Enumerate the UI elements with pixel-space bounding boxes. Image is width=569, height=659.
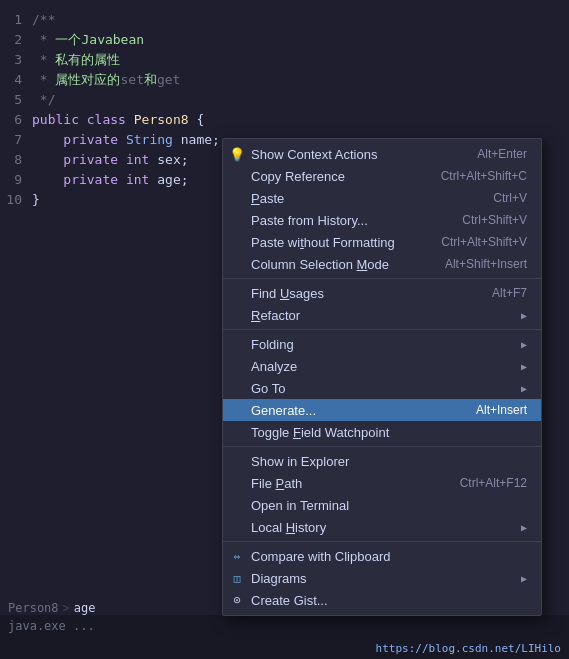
menu-item-paste[interactable]: Paste Ctrl+V bbox=[223, 187, 541, 209]
menu-item-open-in-terminal[interactable]: Open in Terminal bbox=[223, 494, 541, 516]
menu-shortcut-generate: Alt+Insert bbox=[476, 403, 527, 417]
submenu-arrow-local-history: ▶ bbox=[521, 522, 527, 533]
menu-label-paste: Paste bbox=[251, 191, 284, 206]
menu-item-paste-from-history[interactable]: Paste from History... Ctrl+Shift+V bbox=[223, 209, 541, 231]
menu-item-column-selection-mode[interactable]: Column Selection Mode Alt+Shift+Insert bbox=[223, 253, 541, 275]
menu-shortcut-show-context-actions: Alt+Enter bbox=[477, 147, 527, 161]
url-hint: https://blog.csdn.net/LIHilo bbox=[376, 642, 561, 655]
menu-label-create-gist: Create Gist... bbox=[251, 593, 328, 608]
code-content: /** * 一个Javabean * 私有的属性 * 属性对应的set和get … bbox=[32, 10, 220, 210]
menu-label-refactor: Refactor bbox=[251, 308, 300, 323]
menu-item-go-to[interactable]: Go To ▶ bbox=[223, 377, 541, 399]
menu-item-paste-without-formatting[interactable]: Paste without Formatting Ctrl+Alt+Shift+… bbox=[223, 231, 541, 253]
bulb-icon: 💡 bbox=[229, 146, 245, 162]
menu-shortcut-paste: Ctrl+V bbox=[493, 191, 527, 205]
menu-shortcut-find-usages: Alt+F7 bbox=[492, 286, 527, 300]
menu-shortcut-paste-without-formatting: Ctrl+Alt+Shift+V bbox=[441, 235, 527, 249]
menu-label-show-in-explorer: Show in Explorer bbox=[251, 454, 349, 469]
compare-icon: ⇔ bbox=[229, 548, 245, 564]
submenu-arrow-analyze: ▶ bbox=[521, 361, 527, 372]
menu-item-analyze[interactable]: Analyze ▶ bbox=[223, 355, 541, 377]
breadcrumb-field: age bbox=[74, 601, 96, 615]
menu-label-file-path: File Path bbox=[251, 476, 302, 491]
terminal-command: java.exe ... bbox=[8, 619, 95, 633]
menu-label-paste-without-formatting: Paste without Formatting bbox=[251, 235, 395, 250]
menu-label-copy-reference: Copy Reference bbox=[251, 169, 345, 184]
submenu-arrow-go-to: ▶ bbox=[521, 383, 527, 394]
breadcrumb-class: Person8 bbox=[8, 601, 59, 615]
menu-label-toggle-field-watchpoint: Toggle Field Watchpoint bbox=[251, 425, 389, 440]
submenu-arrow-folding: ▶ bbox=[521, 339, 527, 350]
menu-shortcut-file-path: Ctrl+Alt+F12 bbox=[460, 476, 527, 490]
line-numbers: 1 2 3 4 5 6 7 8 9 10 bbox=[0, 10, 28, 210]
menu-label-generate: Generate... bbox=[251, 403, 316, 418]
menu-item-file-path[interactable]: File Path Ctrl+Alt+F12 bbox=[223, 472, 541, 494]
menu-item-compare-with-clipboard[interactable]: ⇔ Compare with Clipboard bbox=[223, 545, 541, 567]
menu-divider-1 bbox=[223, 278, 541, 279]
menu-label-find-usages: Find Usages bbox=[251, 286, 324, 301]
context-menu: 💡 Show Context Actions Alt+Enter Copy Re… bbox=[222, 138, 542, 616]
menu-label-show-context-actions: Show Context Actions bbox=[251, 147, 377, 162]
menu-item-show-context-actions[interactable]: 💡 Show Context Actions Alt+Enter bbox=[223, 143, 541, 165]
status-bar: https://blog.csdn.net/LIHilo bbox=[0, 637, 569, 659]
breadcrumb-separator: > bbox=[63, 601, 70, 615]
menu-label-analyze: Analyze bbox=[251, 359, 297, 374]
github-icon: ⊙ bbox=[229, 592, 245, 608]
menu-label-local-history: Local History bbox=[251, 520, 326, 535]
menu-label-folding: Folding bbox=[251, 337, 294, 352]
diagrams-icon: ◫ bbox=[229, 570, 245, 586]
menu-shortcut-paste-from-history: Ctrl+Shift+V bbox=[462, 213, 527, 227]
menu-item-create-gist[interactable]: ⊙ Create Gist... bbox=[223, 589, 541, 611]
menu-item-toggle-field-watchpoint[interactable]: Toggle Field Watchpoint bbox=[223, 421, 541, 443]
menu-item-diagrams[interactable]: ◫ Diagrams ▶ bbox=[223, 567, 541, 589]
menu-label-open-in-terminal: Open in Terminal bbox=[251, 498, 349, 513]
menu-label-diagrams: Diagrams bbox=[251, 571, 307, 586]
menu-item-folding[interactable]: Folding ▶ bbox=[223, 333, 541, 355]
menu-divider-4 bbox=[223, 541, 541, 542]
menu-label-go-to: Go To bbox=[251, 381, 285, 396]
menu-label-column-selection-mode: Column Selection Mode bbox=[251, 257, 389, 272]
menu-item-show-in-explorer[interactable]: Show in Explorer bbox=[223, 450, 541, 472]
menu-item-copy-reference[interactable]: Copy Reference Ctrl+Alt+Shift+C bbox=[223, 165, 541, 187]
menu-divider-2 bbox=[223, 329, 541, 330]
menu-label-compare-with-clipboard: Compare with Clipboard bbox=[251, 549, 390, 564]
menu-divider-3 bbox=[223, 446, 541, 447]
menu-shortcut-column-selection-mode: Alt+Shift+Insert bbox=[445, 257, 527, 271]
menu-label-paste-from-history: Paste from History... bbox=[251, 213, 368, 228]
menu-item-find-usages[interactable]: Find Usages Alt+F7 bbox=[223, 282, 541, 304]
menu-item-local-history[interactable]: Local History ▶ bbox=[223, 516, 541, 538]
menu-item-refactor[interactable]: Refactor ▶ bbox=[223, 304, 541, 326]
submenu-arrow-diagrams: ▶ bbox=[521, 573, 527, 584]
breadcrumb: Person8 > age bbox=[8, 601, 96, 615]
terminal-bar: java.exe ... bbox=[0, 615, 569, 637]
menu-shortcut-copy-reference: Ctrl+Alt+Shift+C bbox=[441, 169, 527, 183]
submenu-arrow-refactor: ▶ bbox=[521, 310, 527, 321]
menu-item-generate[interactable]: Generate... Alt+Insert bbox=[223, 399, 541, 421]
